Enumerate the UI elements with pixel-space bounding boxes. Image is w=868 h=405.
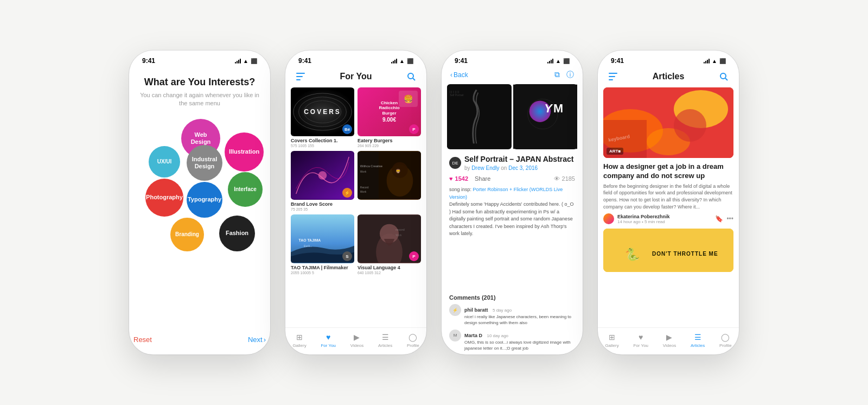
nav-videos-4[interactable]: ▶ Videos: [663, 332, 676, 348]
article-actions: 🔖 •••: [715, 215, 733, 223]
svg-rect-38: [609, 79, 613, 80]
nav-for-you-4[interactable]: ♥ For You: [633, 332, 648, 348]
art-badge: ART■: [607, 148, 623, 155]
more-icon[interactable]: •••: [726, 215, 733, 223]
bubbles-area: Web DesignUX/UIIndustral DesignIllustrat…: [138, 113, 261, 329]
comments-title: Comments (201): [449, 294, 575, 301]
nav-articles-4[interactable]: ☰ Articles: [691, 332, 705, 348]
detail-description: song insp: Porter Robinson + Flicker (WO…: [449, 186, 575, 238]
article-author-row: Ekaterina Poberezhnik 14 hour ago • 5 mi…: [603, 213, 733, 224]
comment-item-1: ⚡ phil baratt 5 day ago nice! i really l…: [449, 304, 575, 326]
interests-title: What are You Interests?: [138, 77, 261, 88]
nav-gallery-4[interactable]: ⊞ Gallery: [605, 332, 618, 348]
author-name: Ekaterina Poberezhnik: [617, 214, 712, 219]
detail-post-title: Self Portrait – JAPAN Abstract: [464, 155, 574, 163]
share-button[interactable]: Share: [475, 175, 490, 182]
feed-card-visual[interactable]: record Work P Visual Language 4 640 1005…: [358, 214, 421, 275]
svg-text:| | | | | |: | | | | | |: [450, 90, 459, 93]
card-stats-visual: 640 1005 312: [358, 271, 421, 275]
svg-text:M: M: [553, 102, 563, 115]
song-link[interactable]: Porter Robinson + Flicker (WORLDS Live V…: [449, 187, 563, 200]
detail-image-logo: Y M: [513, 84, 578, 149]
detail-image-smoke: | | | | | | Self Portrait: [447, 84, 512, 149]
article-hero-image: keyboard ART■: [603, 87, 733, 158]
articles-header: Articles: [598, 68, 739, 87]
back-button[interactable]: ‹ Back: [450, 71, 468, 79]
card-label-burgers: Eatery Burgers: [358, 136, 421, 144]
comment-name-1: phil baratt: [464, 307, 488, 313]
interests-footer: Reset Next ›: [129, 329, 270, 355]
gallery-icon: ⊞: [295, 332, 304, 342]
svg-text:TAO TAJIMA: TAO TAJIMA: [299, 238, 321, 242]
comment-name-2: Marta D: [464, 333, 482, 338]
bottom-nav-2: ⊞ Gallery ♥ For You ▶ Videos ☰ Articles …: [285, 327, 426, 355]
svg-text:record: record: [395, 228, 405, 231]
feed-card-covers[interactable]: COVERS Bé Covers Collection 1. 575 1005 …: [291, 87, 354, 148]
next-button[interactable]: Next ›: [248, 336, 266, 344]
svg-text:Withca Creative: Withca Creative: [360, 164, 382, 168]
card-label-tao: TAO TAJIMA | Filmmaker: [291, 263, 354, 271]
feed-card-tao[interactable]: TAO TAJIMA EurA... S TAO TAJIMA | Filmma…: [291, 214, 354, 275]
svg-text:🐍: 🐍: [625, 247, 640, 262]
card-stats-brand: 75 205 35: [291, 207, 354, 211]
phone-detail: 9:41 ▲ ⬛ ‹ Back ⧉ ⓘ: [442, 50, 583, 355]
videos-icon: ▶: [352, 332, 362, 342]
article-second-image: 🐍 DON'T THROTTLE ME: [603, 229, 733, 272]
search-icon-4[interactable]: [717, 70, 730, 83]
search-icon[interactable]: [405, 70, 418, 83]
bubble-branding[interactable]: Branding: [170, 218, 204, 251]
bookmark-icon[interactable]: 🔖: [715, 215, 723, 223]
svg-rect-1: [296, 76, 303, 77]
bubble-industral-design[interactable]: Industral Design: [187, 145, 222, 181]
svg-text:Self Portrait: Self Portrait: [450, 94, 464, 97]
bubble-ux/ui[interactable]: UX/UI: [149, 146, 180, 178]
nav-videos-2[interactable]: ▶ Videos: [350, 332, 363, 348]
bubble-illustration[interactable]: Illustration: [225, 132, 264, 172]
svg-rect-37: [609, 76, 615, 77]
card-label-covers: Covers Collection 1.: [291, 136, 354, 144]
svg-text:Y: Y: [544, 102, 553, 115]
for-you-header: For You: [285, 68, 426, 87]
nav-articles-2[interactable]: ☰ Articles: [378, 332, 392, 348]
comments-section: Comments (201) ⚡ phil baratt 5 day ago n…: [442, 294, 583, 355]
filter-icon[interactable]: [294, 70, 307, 83]
article-hero-bg: keyboard ART■: [603, 87, 733, 158]
card-stats-covers: 575 1005 155: [291, 144, 354, 148]
bubble-interface[interactable]: Interface: [228, 172, 263, 207]
author-meta: 14 hour ago • 5 min read: [617, 219, 712, 224]
phone-for-you: 9:41 ▲ ⬛ For You: [285, 50, 426, 355]
detail-header: ‹ Back ⧉ ⓘ: [442, 68, 583, 84]
status-time-2: 9:41: [298, 57, 311, 65]
bubble-photography[interactable]: Photography: [145, 179, 183, 217]
author-info: Ekaterina Poberezhnik 14 hour ago • 5 mi…: [617, 214, 712, 224]
comment-avatar-2: M: [449, 330, 461, 341]
svg-rect-2: [296, 79, 301, 80]
comment-item-2: M Marta D 10 day ago OMG, this is so coo…: [449, 330, 575, 351]
interests-subtitle: You can change it again whenever you lik…: [138, 91, 261, 108]
feed-card-animal[interactable]: 🦁 Withca Creative Work Record Work: [358, 151, 421, 211]
layers-icon[interactable]: ⧉: [554, 70, 560, 80]
bubble-fashion[interactable]: Fashion: [219, 216, 255, 251]
nav-profile-2[interactable]: ◯ Profile: [407, 332, 419, 348]
svg-text:DON'T THROTTLE ME: DON'T THROTTLE ME: [652, 251, 718, 257]
articles-icon-4: ☰: [693, 332, 703, 342]
feed-card-brand[interactable]: ⚡ Brand Love Score 75 205 35: [291, 151, 354, 211]
nav-for-you-2[interactable]: ♥ For You: [321, 332, 336, 348]
profile-icon: ◯: [408, 332, 418, 342]
feed-card-burgers[interactable]: Chicken Radicchio Burger 9.00€ 🍔 P Eater…: [358, 87, 421, 148]
svg-text:🦁: 🦁: [395, 168, 401, 174]
nav-gallery-2[interactable]: ⊞ Gallery: [292, 332, 306, 348]
detail-author: by Drew Endly on Dec 3, 2016: [464, 165, 574, 171]
nav-profile-4[interactable]: ◯ Profile: [719, 332, 732, 348]
reset-button[interactable]: Reset: [133, 336, 152, 344]
filter-icon-4[interactable]: [607, 70, 620, 83]
heart-icon: ♥: [323, 332, 333, 342]
status-icons-2: ▲ ⬛: [391, 58, 413, 64]
info-icon[interactable]: ⓘ: [566, 70, 574, 80]
gallery-icon-4: ⊞: [607, 332, 617, 342]
bubble-typography[interactable]: Typography: [187, 182, 222, 218]
profile-icon-4: ◯: [720, 332, 730, 342]
svg-rect-36: [609, 73, 617, 74]
status-time-4: 9:41: [611, 57, 624, 65]
comment-time-2: 10 day ago: [487, 333, 508, 338]
